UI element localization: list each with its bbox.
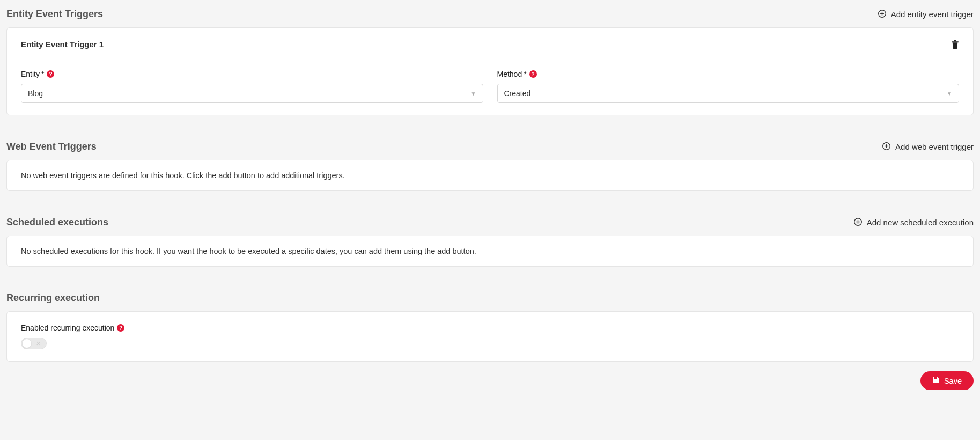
help-icon[interactable]: ?: [529, 70, 537, 78]
trash-icon: [951, 40, 959, 49]
recurring-toggle-label-text: Enabled recurring execution: [21, 324, 114, 332]
method-select-value: Created: [504, 89, 531, 98]
svg-rect-4: [954, 40, 956, 41]
add-web-trigger-label: Add web event trigger: [895, 142, 974, 151]
web-triggers-title: Web Event Triggers: [6, 141, 97, 152]
add-entity-trigger-label: Add entity event trigger: [891, 10, 974, 19]
save-icon: [932, 376, 940, 385]
required-star: *: [524, 70, 526, 78]
toggle-off-icon: ✕: [36, 340, 41, 347]
entity-label-text: Entity: [21, 70, 40, 78]
entity-select-value: Blog: [28, 89, 43, 98]
save-button-label: Save: [944, 377, 962, 385]
method-label-text: Method: [497, 70, 522, 78]
plus-circle-icon: [878, 9, 887, 20]
help-icon[interactable]: ?: [117, 324, 124, 332]
delete-entity-trigger-button[interactable]: [951, 40, 959, 49]
add-scheduled-button[interactable]: Add new scheduled execution: [853, 217, 974, 228]
entity-trigger-heading: Entity Event Trigger 1: [21, 40, 104, 49]
save-button[interactable]: Save: [920, 371, 974, 390]
recurring-title: Recurring execution: [6, 292, 100, 304]
chevron-down-icon: ▼: [471, 91, 476, 97]
add-web-trigger-button[interactable]: Add web event trigger: [882, 142, 974, 152]
method-select[interactable]: Created ▼: [497, 84, 960, 103]
divider: [21, 60, 959, 60]
entity-trigger-card: Entity Event Trigger 1 Entity * ?: [6, 27, 974, 115]
scheduled-title: Scheduled executions: [6, 217, 108, 228]
recurring-toggle-label: Enabled recurring execution ?: [21, 324, 959, 332]
add-scheduled-label: Add new scheduled execution: [867, 218, 974, 227]
recurring-toggle[interactable]: ✕: [21, 338, 47, 349]
recurring-card: Enabled recurring execution ? ✕: [6, 311, 974, 362]
entity-field-label: Entity * ?: [21, 70, 483, 78]
plus-circle-icon: [853, 217, 863, 228]
entity-triggers-title: Entity Event Triggers: [6, 9, 103, 20]
required-star: *: [41, 70, 44, 78]
web-triggers-empty-text: No web event triggers are defined for th…: [21, 171, 959, 180]
method-field-label: Method * ?: [497, 70, 960, 78]
web-triggers-card: No web event triggers are defined for th…: [6, 160, 974, 191]
add-entity-trigger-button[interactable]: Add entity event trigger: [878, 9, 974, 20]
toggle-knob: [22, 339, 32, 348]
scheduled-card: No scheduled executions for this hook. I…: [6, 236, 974, 267]
plus-circle-icon: [882, 142, 891, 152]
svg-rect-3: [952, 41, 959, 42]
entity-select[interactable]: Blog ▼: [21, 84, 483, 103]
chevron-down-icon: ▼: [947, 91, 952, 97]
scheduled-empty-text: No scheduled executions for this hook. I…: [21, 247, 959, 255]
help-icon[interactable]: ?: [47, 70, 54, 78]
